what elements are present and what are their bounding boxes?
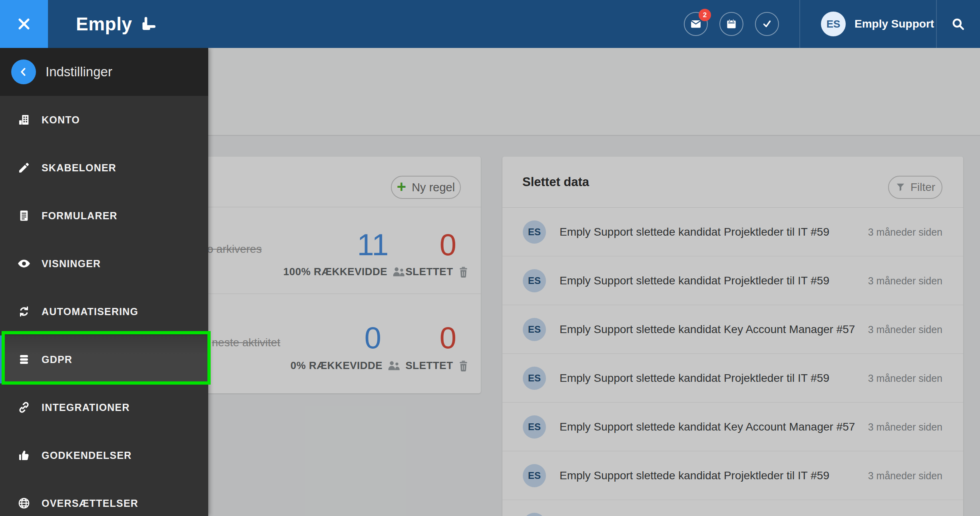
search-icon [951,17,965,31]
sidebar-item-gdpr[interactable]: GDPR [0,335,208,383]
sidebar-item-konto[interactable]: KONTO [0,96,208,144]
form-icon [17,209,31,222]
mail-badge: 2 [699,9,711,21]
back-icon [18,67,29,77]
sidebar-item-integrationer[interactable]: INTEGRATIONER [0,383,208,431]
user-profile-button[interactable]: ES Emply Support [800,0,936,48]
settings-sidebar: Indstillinger KONTO SKABELONER FORMULARE… [0,48,208,516]
sync-icon [17,305,31,318]
modal-dim-overlay [208,48,980,516]
app-logo[interactable]: Emply [76,0,157,48]
close-icon [16,16,32,32]
mail-icon [690,18,702,30]
tasks-button[interactable] [755,12,779,36]
search-button[interactable] [936,0,980,48]
sidebar-title: Indstillinger [46,64,112,79]
globe-icon [17,497,31,510]
logo-glyph [137,15,157,35]
mail-button[interactable]: 2 [684,12,708,36]
database-icon [17,353,31,366]
thumbs-up-icon [17,449,31,462]
sidebar-item-formularer[interactable]: FORMULARER [0,192,208,240]
sidebar-item-oversaettelser[interactable]: OVERSÆTTELSER [0,479,208,516]
calendar-button[interactable] [719,12,743,36]
app-window: + Ny regel o arkiveres 11 100% RÆKKEVIDD… [0,0,980,516]
eye-icon [17,257,31,270]
user-name: Emply Support [855,18,934,30]
sidebar-item-automatisering[interactable]: AUTOMATISERING [0,288,208,335]
sidebar-header: Indstillinger [0,48,208,96]
sidebar-item-visninger[interactable]: VISNINGER [0,240,208,288]
pencil-icon [17,161,31,174]
close-menu-button[interactable] [0,0,48,48]
avatar: ES [821,12,846,36]
topbar: Emply 2 ES Emply Support [0,0,980,48]
calendar-icon [725,18,737,30]
sidebar-item-godkendelser[interactable]: GODKENDELSER [0,431,208,479]
check-icon [761,18,773,30]
sidebar-item-skabeloner[interactable]: SKABELONER [0,144,208,192]
building-icon [17,113,31,126]
back-button[interactable] [11,60,36,84]
logo-text: Emply [76,13,132,35]
link-icon [17,401,31,414]
